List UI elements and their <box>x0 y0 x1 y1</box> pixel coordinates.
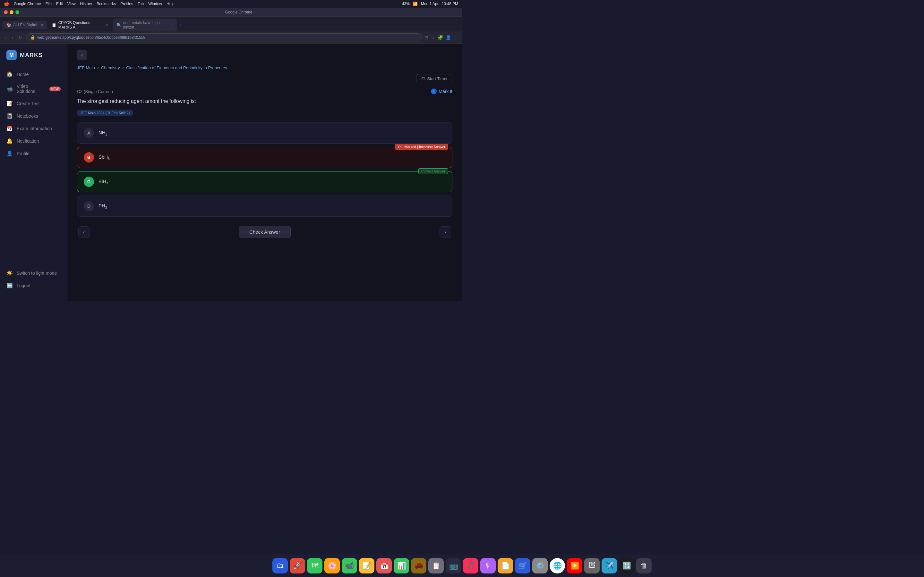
address-actions: ⊡ ☆ 🧩 👤 ⋮ <box>425 35 458 40</box>
sidebar-item-switch-light[interactable]: ☀️ Switch to light mode <box>0 267 67 279</box>
tab-label: ALLEN Digital <box>13 23 37 27</box>
tab-bar: 📚 ALLEN Digital ✕ 📋 CPYQB Questions - MA… <box>0 17 462 31</box>
sidebar-item-label-video: Video Solutions <box>17 84 44 94</box>
breadcrumb-jee-main[interactable]: JEE Main <box>77 65 95 70</box>
logo-area: M MARKS <box>0 50 67 68</box>
tab-close-button-2[interactable]: ✕ <box>105 23 108 27</box>
screen-capture-icon[interactable]: ⊡ <box>425 35 428 40</box>
titlebar: Google Chrome <box>0 8 462 17</box>
tab-non-metals[interactable]: 🔍 non metals have high ionizat... ✕ <box>113 19 177 31</box>
forward-navigation-button[interactable]: › <box>11 34 15 41</box>
option-b[interactable]: You Marked | Incorrect Answer B SbH3 <box>77 147 452 168</box>
mark-it-button[interactable]: 🔵 Mark It <box>431 89 452 94</box>
next-arrow-icon: › <box>444 229 446 235</box>
correct-answer-label: Correct Answer <box>418 168 448 174</box>
menu-help[interactable]: Help <box>166 2 174 6</box>
sidebar-item-profile[interactable]: 👤 Profile <box>0 147 67 160</box>
sidebar-item-label-home: Home <box>17 72 29 77</box>
create-test-icon: 📝 <box>6 100 13 106</box>
app-container: M MARKS 🏠 Home 📹 Video Solutions NEW 📝 C… <box>0 44 462 301</box>
app-name: Google Chrome <box>14 2 41 6</box>
sidebar-item-exam-information[interactable]: 📅 Exam Information <box>0 122 67 135</box>
bookmark-icon[interactable]: ☆ <box>431 35 435 40</box>
wifi-icon: 📶 <box>413 2 418 6</box>
tab-close-button[interactable]: ✕ <box>40 23 43 27</box>
sidebar-item-notebooks[interactable]: 📓 Notebooks <box>0 110 67 122</box>
option-d-badge: D <box>84 201 94 211</box>
tab-close-button-3[interactable]: ✕ <box>170 23 173 27</box>
breadcrumb-topic[interactable]: Classification of Elements and Periodici… <box>126 65 227 70</box>
sidebar-item-label-profile: Profile <box>17 151 29 156</box>
bottom-nav: ‹ Check Answer › <box>77 222 452 242</box>
back-navigation-button[interactable]: ‹ <box>4 34 8 41</box>
option-a-badge: A <box>84 128 94 138</box>
logo-icon: M <box>6 50 17 60</box>
browser-chrome: 📚 ALLEN Digital ✕ 📋 CPYQB Questions - MA… <box>0 17 462 44</box>
logout-icon: ⬅️ <box>6 282 13 288</box>
new-tab-button[interactable]: + <box>178 22 184 28</box>
fullscreen-window-button[interactable] <box>15 10 19 14</box>
back-button[interactable]: ‹ <box>77 50 87 60</box>
tab-allen-digital[interactable]: 📚 ALLEN Digital ✕ <box>3 21 47 29</box>
minimize-window-button[interactable] <box>10 10 13 14</box>
incorrect-answer-label: You Marked | Incorrect Answer <box>395 144 448 150</box>
menu-tab[interactable]: Tab <box>137 2 144 6</box>
sidebar-item-label-notification: Notification <box>17 139 39 143</box>
profile-icon[interactable]: 👤 <box>446 35 451 40</box>
close-window-button[interactable] <box>4 10 8 14</box>
breadcrumb-sep-2: > <box>122 65 124 70</box>
system-bar: 🍎 Google Chrome File Edit View History B… <box>0 0 462 8</box>
sidebar-item-create-test[interactable]: 📝 Create Test <box>0 97 67 110</box>
back-chevron-icon: ‹ <box>81 52 83 58</box>
reload-button[interactable]: ↻ <box>17 34 23 41</box>
option-b-badge: B <box>84 152 94 163</box>
sidebar-item-logout[interactable]: ⬅️ Logout <box>0 279 67 292</box>
option-c-text: BiH3 <box>99 179 108 185</box>
tab-favicon-2: 📋 <box>52 23 57 27</box>
menu-history[interactable]: History <box>80 2 92 6</box>
start-timer-button[interactable]: ⏱ Start Timer <box>416 74 452 83</box>
menu-window[interactable]: Window <box>148 2 162 6</box>
url-input[interactable]: 🔒 web.getmarks.app/cpyqb/question/65c4c0… <box>26 33 422 41</box>
main-content: ‹ JEE Main > Chemistry > Classification … <box>67 44 462 301</box>
prev-arrow-icon: ‹ <box>83 229 85 235</box>
notification-icon: 🔔 <box>6 138 13 144</box>
menu-file[interactable]: File <box>45 2 52 6</box>
question-text: The strongest reducing agent amont the f… <box>77 97 452 105</box>
option-b-text: SbH3 <box>99 154 110 161</box>
question-tag: JEE Main 2024 (01 Feb Shift 2) <box>77 110 133 116</box>
address-bar: ‹ › ↻ 🔒 web.getmarks.app/cpyqb/question/… <box>0 31 462 43</box>
menu-icon[interactable]: ⋮ <box>454 35 458 40</box>
sidebar-item-label-logout: Logout <box>17 283 31 288</box>
start-timer-label: Start Timer <box>427 76 447 81</box>
menu-edit[interactable]: Edit <box>56 2 63 6</box>
option-a[interactable]: A NH3 <box>77 122 452 143</box>
option-d[interactable]: D PH3 <box>77 195 452 217</box>
traffic-lights <box>4 10 19 14</box>
prev-question-button[interactable]: ‹ <box>78 226 90 238</box>
sun-icon: ☀️ <box>6 270 13 276</box>
menu-view[interactable]: View <box>67 2 76 6</box>
mark-it-label: Mark It <box>439 89 452 94</box>
breadcrumb-chemistry[interactable]: Chemistry <box>101 65 120 70</box>
exam-info-icon: 📅 <box>6 125 13 131</box>
sidebar-item-label-notebooks: Notebooks <box>17 113 38 119</box>
menu-bookmarks[interactable]: Bookmarks <box>97 2 116 6</box>
sidebar-item-home[interactable]: 🏠 Home <box>0 68 67 81</box>
sidebar-item-video-solutions[interactable]: 📹 Video Solutions NEW <box>0 81 67 97</box>
url-text: web.getmarks.app/cpyqb/question/65c4c0dd… <box>37 35 145 40</box>
tab-cpyqb[interactable]: 📋 CPYQB Questions - MARKS A... ✕ <box>48 19 112 31</box>
sidebar-item-notification[interactable]: 🔔 Notification <box>0 135 67 147</box>
option-c[interactable]: Correct Answer C BiH3 <box>77 171 452 192</box>
check-answer-button[interactable]: Check Answer <box>239 226 291 238</box>
video-icon: 📹 <box>6 86 13 92</box>
extensions-icon[interactable]: 🧩 <box>438 35 443 40</box>
mark-it-icon: 🔵 <box>431 89 437 94</box>
check-answer-label: Check Answer <box>249 229 280 235</box>
next-question-button[interactable]: › <box>439 226 451 238</box>
menu-profiles[interactable]: Profiles <box>120 2 133 6</box>
tab-favicon-3: 🔍 <box>116 23 121 27</box>
sidebar-item-label-exam-info: Exam Information <box>17 126 52 131</box>
question-type: Q2 (Single Correct) <box>77 89 113 94</box>
sidebar-bottom: ☀️ Switch to light mode ⬅️ Logout <box>0 267 67 295</box>
